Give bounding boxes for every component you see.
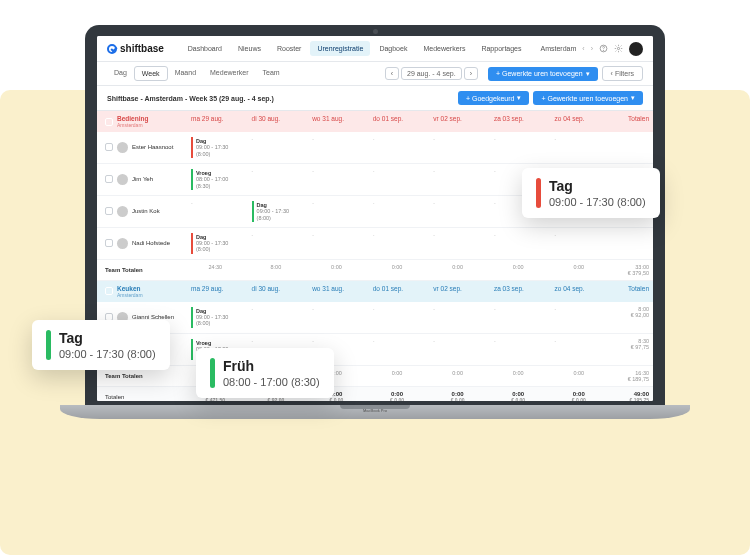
employee-name: Ester Haasnoot <box>132 144 173 150</box>
day-cell[interactable]: - <box>306 132 367 163</box>
chevron-down-icon: ▾ <box>586 70 590 78</box>
shift-block[interactable]: Vroeg08:00 - 17:00 (8:30) <box>191 169 240 190</box>
schedule-grid: BedieningAmsterdamma 29 aug.di 30 aug.wo… <box>97 111 653 401</box>
logo-icon <box>107 44 117 54</box>
date-range[interactable]: 29 aug. - 4 sep. <box>401 67 462 80</box>
checkbox[interactable] <box>105 207 113 215</box>
checkbox[interactable] <box>105 143 113 151</box>
day-cell[interactable]: - <box>306 196 367 227</box>
checkbox[interactable] <box>105 239 113 247</box>
view-tab-dag[interactable]: Dag <box>107 66 134 81</box>
nav-rapportages[interactable]: Rapportages <box>474 41 528 56</box>
day-cell[interactable]: - <box>548 302 609 333</box>
chevron-right-icon[interactable]: › <box>591 45 593 52</box>
laptop-mockup: shiftbase DashboardNieuwsRoosterUrenregi… <box>85 25 665 425</box>
logo[interactable]: shiftbase <box>107 43 164 54</box>
day-cell[interactable]: - <box>185 196 246 227</box>
avatar <box>117 174 128 185</box>
date-next[interactable]: › <box>464 67 478 80</box>
day-cell[interactable]: - <box>427 334 488 365</box>
checkbox[interactable] <box>105 118 113 126</box>
add-hours-context-button[interactable]: + Gewerkte uren toevoegen▾ <box>533 91 643 105</box>
day-header: ma 29 aug. <box>185 111 246 132</box>
shift-color-bar <box>46 330 51 360</box>
nav-urenregistratie[interactable]: Urenregistratie <box>310 41 370 56</box>
help-icon[interactable] <box>599 44 608 53</box>
day-cell[interactable]: - <box>246 228 307 259</box>
date-prev[interactable]: ‹ <box>385 67 399 80</box>
shift-block[interactable]: Dag09:00 - 17:30 (8:00) <box>252 201 301 222</box>
nav-dashboard[interactable]: Dashboard <box>181 41 229 56</box>
context-title: Shiftbase - Amsterdam - Week 35 (29 aug.… <box>107 95 274 102</box>
day-cell[interactable]: - <box>306 164 367 195</box>
chevron-down-icon: ▾ <box>517 94 521 102</box>
day-header: do 01 sep. <box>367 111 428 132</box>
main-nav: DashboardNieuwsRoosterUrenregistratieDag… <box>181 41 529 56</box>
nav-dagboek[interactable]: Dagboek <box>372 41 414 56</box>
day-cell[interactable]: - <box>367 196 428 227</box>
shift-block[interactable]: Dag09:00 - 17:30 (8:00) <box>191 307 240 328</box>
nav-rooster[interactable]: Rooster <box>270 41 309 56</box>
day-cell[interactable]: - <box>367 334 428 365</box>
day-cell[interactable]: - <box>306 228 367 259</box>
row-total: 8:30€ 97,75 <box>609 334 653 365</box>
day-cell[interactable]: - <box>488 334 549 365</box>
checkbox[interactable] <box>105 175 113 183</box>
row-total: 8:00€ 92,00 <box>609 302 653 333</box>
day-cell[interactable]: Vroeg08:00 - 17:00 (8:30) <box>185 164 246 195</box>
location-picker[interactable]: Amsterdam <box>541 45 577 52</box>
view-tab-team[interactable]: Team <box>256 66 287 81</box>
day-cell[interactable]: - <box>367 228 428 259</box>
shift-block[interactable]: Dag09:00 - 17:30 (8:00) <box>191 137 240 158</box>
day-header: wo 31 aug. <box>306 111 367 132</box>
day-cell[interactable]: - <box>548 334 609 365</box>
totals-header: Totalen <box>609 111 653 132</box>
shift-color-bar <box>210 358 215 388</box>
avatar <box>117 206 128 217</box>
view-tab-maand[interactable]: Maand <box>168 66 203 81</box>
day-cell[interactable]: - <box>427 164 488 195</box>
day-cell[interactable]: - <box>246 164 307 195</box>
checkbox[interactable] <box>105 287 113 295</box>
shift-card-tag-red: Tag 09:00 - 17:30 (8:00) <box>522 168 660 218</box>
day-header: vr 02 sep. <box>427 111 488 132</box>
gear-icon[interactable] <box>614 44 623 53</box>
section-header: KeukenAmsterdamma 29 aug.di 30 aug.wo 31… <box>97 281 653 302</box>
user-avatar[interactable] <box>629 42 643 56</box>
day-cell[interactable]: Dag09:00 - 17:30 (8:00) <box>185 132 246 163</box>
day-cell[interactable]: - <box>427 302 488 333</box>
approved-button[interactable]: + Goedgekeurd▾ <box>458 91 529 105</box>
day-cell[interactable]: - <box>367 132 428 163</box>
day-cell[interactable]: Dag09:00 - 17:30 (8:00) <box>246 196 307 227</box>
view-tab-medewerker[interactable]: Medewerker <box>203 66 256 81</box>
add-hours-button[interactable]: + Gewerkte uren toevoegen▾ <box>488 67 598 81</box>
day-cell[interactable]: - <box>488 228 549 259</box>
chevron-left-icon[interactable]: ‹ <box>582 45 584 52</box>
avatar <box>117 142 128 153</box>
day-header: za 03 sep. <box>488 111 549 132</box>
day-cell[interactable]: - <box>427 132 488 163</box>
day-cell[interactable]: - <box>306 302 367 333</box>
day-cell[interactable]: Dag09:00 - 17:30 (8:00) <box>185 228 246 259</box>
day-cell[interactable]: - <box>427 228 488 259</box>
day-cell[interactable]: - <box>488 132 549 163</box>
day-cell[interactable]: - <box>548 132 609 163</box>
day-cell[interactable]: - <box>488 302 549 333</box>
nav-medewerkers[interactable]: Medewerkers <box>416 41 472 56</box>
section-header: BedieningAmsterdamma 29 aug.di 30 aug.wo… <box>97 111 653 132</box>
day-cell[interactable]: - <box>246 132 307 163</box>
day-cell[interactable]: - <box>427 196 488 227</box>
day-cell[interactable]: - <box>548 228 609 259</box>
shift-block[interactable]: Dag09:00 - 17:30 (8:00) <box>191 233 240 254</box>
shift-card-detail: 08:00 - 17:00 (8:30) <box>223 376 320 388</box>
row-total <box>609 132 653 163</box>
filters-button[interactable]: ‹Filters <box>602 66 643 81</box>
nav-nieuws[interactable]: Nieuws <box>231 41 268 56</box>
day-cell[interactable]: - <box>367 164 428 195</box>
day-cell[interactable]: - <box>367 302 428 333</box>
day-cell[interactable]: - <box>246 302 307 333</box>
day-cell[interactable]: Dag09:00 - 17:30 (8:00) <box>185 302 246 333</box>
shift-card-detail: 09:00 - 17:30 (8:00) <box>549 196 646 208</box>
shift-color-bar <box>536 178 541 208</box>
view-tab-week[interactable]: Week <box>134 66 168 81</box>
